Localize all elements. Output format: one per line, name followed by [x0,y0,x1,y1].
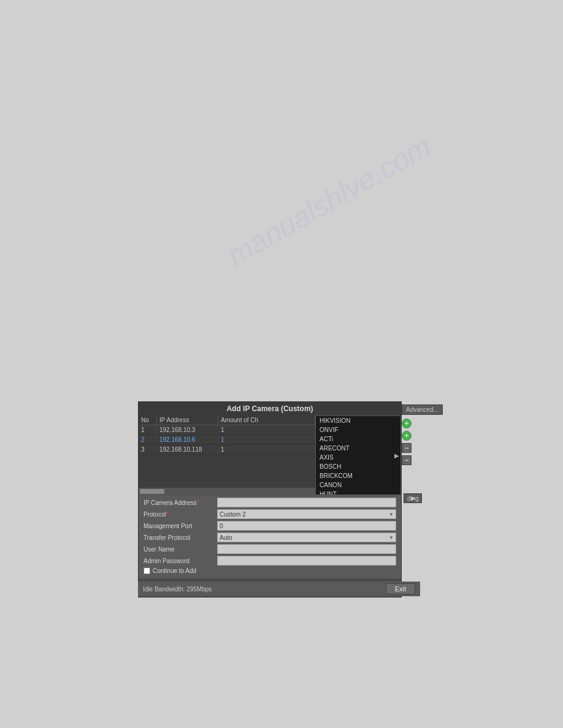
ip-address-row: IP Camera Address [144,498,396,507]
top-section: No IP Address Amount of Ch 1 192.168.10.… [139,415,401,495]
minus-button-1[interactable] [402,443,412,453]
col-header-amount: Amount of Ch [218,415,315,425]
transfer-protocol-select[interactable]: Auto ▼ [217,533,396,542]
protocol-select[interactable]: Custom 2 ▼ [217,509,396,519]
dialog-title: Add IP Camera (Custom) [139,402,401,415]
admin-password-label: Admin Password [144,558,217,564]
continue-to-add-label[interactable]: Continue to Add [153,567,196,574]
idle-bandwidth-text: Idle Bandwidth: 295Mbps [143,586,212,593]
management-port-input[interactable] [217,521,396,531]
dropdown-item-arecont[interactable]: ARECONT [316,444,400,453]
camera-table-area: No IP Address Amount of Ch 1 192.168.10.… [139,415,315,495]
row2-ip: 192.168.10.6 [157,435,218,444]
form-section: IP Camera Address Protocol Custom 2 ▼ Ma… [139,495,401,578]
admin-password-input[interactable] [217,556,396,566]
protocol-select-arrow: ▼ [389,512,394,517]
continue-to-add-row: Continue to Add [144,567,396,574]
row1-ip: 192.168.10.3 [157,425,218,434]
status-bar: Idle Bandwidth: 295Mbps Exit [138,582,420,596]
row3-amount: 1 [218,445,315,454]
protocol-label: Protocol [144,511,217,518]
row3-no: 3 [139,445,157,454]
transfer-protocol-arrow: ▼ [389,535,394,540]
row1-amount: 1 [218,425,315,434]
protocol-row: Protocol Custom 2 ▼ [144,509,396,519]
ip-address-label: IP Camera Address [144,499,217,506]
admin-password-row: Admin Password [144,556,396,566]
table-body[interactable]: 1 192.168.10.3 1 2 192.168.10.6 1 3 192.… [139,425,315,488]
add-green-button[interactable] [402,419,412,428]
minus-button-2[interactable] [402,455,412,465]
table-row[interactable]: 2 192.168.10.6 1 [139,435,315,445]
user-name-row: User Name [144,544,396,554]
add-ip-camera-dialog: Add IP Camera (Custom) No IP Address Amo… [138,401,402,597]
row2-amount: 1 [218,435,315,444]
row1-no: 1 [139,425,157,434]
dropdown-item-hikvision[interactable]: HIKVISION [316,416,400,425]
exit-button[interactable]: Exit [386,583,415,594]
protocol-select-value: Custom 2 [220,511,246,518]
ip-address-input[interactable] [217,498,396,507]
dialog-container: Add IP Camera (Custom) No IP Address Amo… [138,401,402,597]
continue-to-add-checkbox[interactable] [144,567,150,574]
transfer-protocol-label: Transfer Protocol [144,534,217,541]
row2-no: 2 [139,435,157,444]
dropdown-item-hunt[interactable]: HUNT [316,490,400,495]
dropdown-item-bosch[interactable]: BOSCH [316,462,400,471]
add-green-button-2[interactable] [402,431,412,441]
col-header-ip: IP Address [157,415,218,425]
advanced-button[interactable]: Advanced... [402,404,443,415]
dropdown-item-axis[interactable]: AXIS [316,453,400,462]
user-name-label: User Name [144,546,217,553]
dropdown-item-acti[interactable]: ACTi [316,434,400,444]
protocol-dropdown-list[interactable]: HIKVISION ONVIF ACTi ARECONT AXIS BOSCH … [315,415,401,495]
management-port-row: Management Port [144,521,396,531]
dropdown-item-onvif[interactable]: ONVIF [316,425,400,434]
dropdown-item-canon[interactable]: CANON [316,480,400,490]
table-header: No IP Address Amount of Ch [139,415,315,425]
dropdown-item-brickcom[interactable]: BRICKCOM [316,471,400,480]
management-port-label: Management Port [144,523,217,529]
advanced-area: Advanced... [402,404,443,466]
dialog-body: No IP Address Amount of Ch 1 192.168.10.… [139,415,401,597]
transfer-protocol-row: Transfer Protocol Auto ▼ [144,533,396,542]
table-row[interactable]: 3 192.168.10.118 1 [139,445,315,455]
table-row[interactable]: 1 192.168.10.3 1 [139,425,315,435]
watermark: manualshlve.com [221,129,437,272]
ding-label: ding [407,495,419,502]
transfer-protocol-value: Auto [220,534,232,541]
col-header-no: No [139,415,157,425]
dropdown-scroll-indicator: ▶ [393,451,400,460]
row3-ip: 192.168.10.118 [157,445,218,454]
horizontal-scrollbar[interactable] [139,488,315,495]
user-name-input[interactable] [217,544,396,554]
h-scroll-thumb [140,489,164,494]
